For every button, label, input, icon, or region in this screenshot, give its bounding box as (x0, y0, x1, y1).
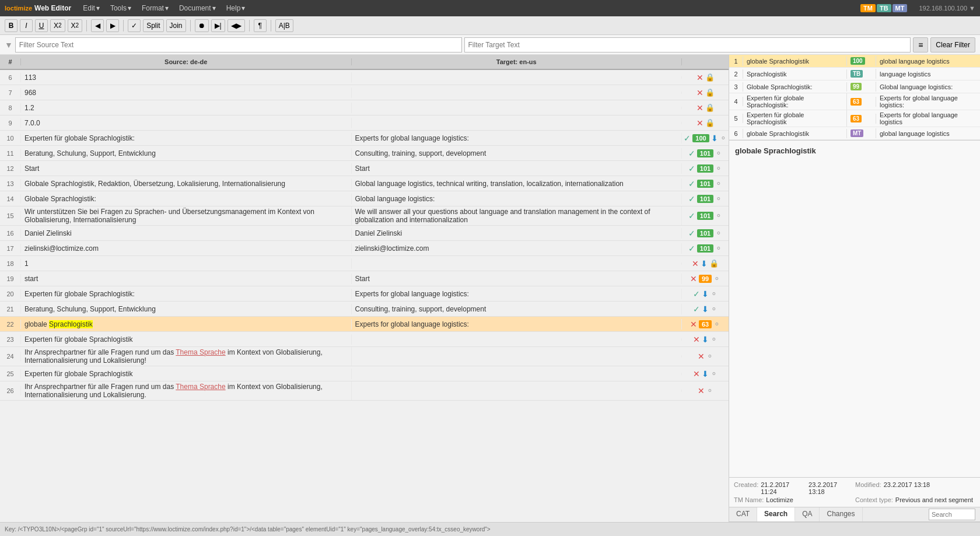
insert-arrow-icon[interactable]: ⬇ (711, 134, 718, 143)
context-label: Context type: (855, 496, 893, 503)
tm-result-row[interactable]: 2 Sprachlogistik TB language logistics (729, 68, 980, 80)
subscript-button[interactable]: X2 (50, 19, 65, 32)
circle-icon: ⚬ (706, 352, 713, 361)
created-value: 21.2.2017 11:24 (761, 481, 806, 495)
circle-icon: ⚬ (710, 335, 718, 344)
source-cell: Experten für globale Sprachlogistik (21, 369, 352, 379)
target-cell: Experts for global language logistics: (352, 319, 682, 330)
confirm-button[interactable]: ✓ (128, 19, 141, 32)
tm-info-section: Created: 21.2.2017 11:24 23.2.2017 13:18… (729, 478, 980, 507)
table-row[interactable]: 12 Start Start ✓ 101 ⚬ (0, 161, 729, 176)
tm-result-row[interactable]: 1 globale Sprachlogistik 100 global lang… (729, 55, 980, 68)
tm-result-target: global language logistics (876, 57, 980, 66)
list-icon-button[interactable]: ≡ (913, 37, 928, 52)
bold-button[interactable]: B (5, 19, 18, 32)
insert-arrow-icon[interactable]: ⬇ (702, 304, 709, 314)
tm-results-list: 1 globale Sprachlogistik 100 global lang… (729, 55, 980, 141)
table-row[interactable]: 14 Globale Sprachlogistik: Global langua… (0, 191, 729, 206)
status-x-icon: ✕ (696, 88, 704, 97)
table-row[interactable]: 24 Ihr Ansprechpartner für alle Fragen r… (0, 347, 729, 366)
table-row[interactable]: 10 Experten für globale Sprachlogistik: … (0, 131, 729, 146)
table-row[interactable]: 18 1 ✕ ⬇ 🔒 (0, 256, 729, 271)
join-button[interactable]: Join (166, 19, 186, 32)
score-badge: 100 (692, 134, 709, 142)
tm-result-row[interactable]: 6 globale Sprachlogistik MT global langu… (729, 127, 980, 140)
row-num: 20 (0, 289, 21, 299)
row-num: 12 (0, 164, 21, 173)
translation-panel: # Source: de-de Target: en-us 6 113 ✕ 🔒 … (0, 55, 729, 522)
actions-cell: ✕ ⚬ (682, 385, 729, 397)
table-row[interactable]: 25 Experten für globale Sprachlogistik ✕… (0, 366, 729, 381)
table-row[interactable]: 15 Wir unterstützen Sie bei Fragen zu Sp… (0, 206, 729, 226)
insert-arrow-icon[interactable]: ⬇ (702, 369, 709, 379)
playboth-button[interactable]: ◀▶ (228, 19, 245, 32)
target-cell (352, 107, 682, 109)
table-row[interactable]: 21 Beratung, Schulung, Support, Entwickl… (0, 302, 729, 317)
superscript-button[interactable]: X2 (68, 19, 83, 32)
clear-filter-button[interactable]: Clear Filter (930, 37, 975, 52)
circle-icon: ⚬ (713, 274, 720, 283)
table-row[interactable]: 17 zielinski@loctimize.com zielinski@loc… (0, 241, 729, 256)
lock-icon: 🔒 (705, 103, 715, 112)
table-row[interactable]: 26 Ihr Ansprechpartner für alle Fragen r… (0, 381, 729, 401)
table-row[interactable]: 19 start Start ✕ 99 ⚬ (0, 271, 729, 286)
target-filter-input[interactable] (464, 37, 911, 52)
score-badge: 101 (697, 229, 713, 237)
table-row[interactable]: 22 globale Sprachlogistik Experts for gl… (0, 317, 729, 332)
tm-result-row[interactable]: 3 Globale Sprachlogistik: 99 Global lang… (729, 80, 980, 93)
insert-arrow-icon[interactable]: ⬇ (702, 335, 709, 344)
lock-icon: 🔒 (705, 88, 715, 97)
menu-edit[interactable]: Edit ▾ (78, 3, 104, 13)
insert-arrow-icon[interactable]: ⬇ (702, 289, 709, 299)
menu-document[interactable]: Document ▾ (174, 3, 220, 13)
row-num: 8 (0, 103, 21, 113)
tm-result-score: 99 (847, 82, 876, 92)
menu-format[interactable]: Format ▾ (137, 3, 173, 13)
tm-result-row[interactable]: 5 Experten für globale Sprachlogistik 63… (729, 110, 980, 127)
tm-search-input[interactable] (929, 509, 975, 520)
status-check-icon: ✓ (688, 164, 695, 173)
source-cell: start (21, 274, 352, 284)
app-title: Web Editor (34, 4, 71, 12)
circle-icon: ⚬ (713, 320, 720, 329)
table-row[interactable]: 9 7.0.0 ✕ 🔒 (0, 115, 729, 131)
menu-help[interactable]: Help ▾ (222, 3, 250, 13)
table-row[interactable]: 8 1.2 ✕ 🔒 (0, 100, 729, 115)
ab-button[interactable]: A|B (275, 19, 293, 32)
table-row[interactable]: 16 Daniel Zielinski Daniel Zielinski ✓ 1… (0, 226, 729, 241)
pilcrow-button[interactable]: ¶ (254, 19, 267, 32)
split-button[interactable]: Split (143, 19, 163, 32)
target-cell: Experts for global language logistics: (352, 133, 682, 143)
tab-qa[interactable]: QA (795, 507, 820, 521)
tab-changes[interactable]: Changes (820, 507, 862, 521)
actions-cell: ✕ 99 ⚬ (682, 273, 729, 285)
insert-arrow-icon[interactable]: ⬇ (701, 259, 708, 268)
italic-button[interactable]: I (20, 19, 33, 32)
record-button[interactable]: ⏺ (195, 19, 209, 32)
toolbar-sep-1 (86, 20, 87, 31)
table-row[interactable]: 13 Globale Sprachlogistik, Redaktion, Üb… (0, 176, 729, 191)
table-row[interactable]: 11 Beratung, Schulung, Support, Entwickl… (0, 146, 729, 161)
target-cell: Experts for global language logistics: (352, 289, 682, 299)
filter-menu-icon[interactable]: ▼ (5, 40, 13, 50)
forward-button[interactable]: ▶ (106, 19, 119, 32)
table-row[interactable]: 6 113 ✕ 🔒 (0, 70, 729, 85)
tm-result-source: Experten für globale Sprachlogistik (743, 110, 847, 127)
tab-search[interactable]: Search (757, 507, 795, 521)
mt-badge: MT (892, 4, 908, 12)
tm-result-row[interactable]: 4 Experten für globale Sprachlogistik: 6… (729, 93, 980, 110)
source-filter-input[interactable] (15, 37, 462, 52)
list-icon: ≡ (918, 40, 923, 50)
circle-icon: ⚬ (715, 149, 722, 158)
play-button[interactable]: ▶| (211, 19, 225, 32)
actions-cell: ✓ ⬇ ⚬ (682, 288, 729, 300)
table-row[interactable]: 20 Experten für globale Sprachlogistik: … (0, 286, 729, 302)
tab-cat[interactable]: CAT (729, 507, 757, 521)
underline-button[interactable]: U (35, 19, 48, 32)
menu-tools[interactable]: Tools ▾ (106, 3, 136, 13)
table-row[interactable]: 23 Experten für globale Sprachlogistik ✕… (0, 332, 729, 347)
actions-cell: ✓ 101 ⚬ (682, 193, 729, 205)
back-button[interactable]: ◀ (91, 19, 104, 32)
circle-icon: ⚬ (715, 211, 722, 220)
table-row[interactable]: 7 968 ✕ 🔒 (0, 85, 729, 100)
